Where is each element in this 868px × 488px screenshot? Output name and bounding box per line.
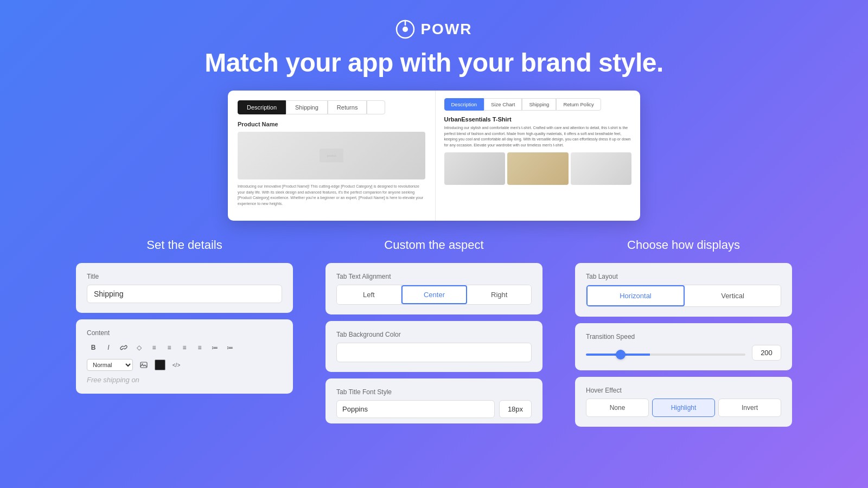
preview-product-desc: Introducing our stylish and comfortable … xyxy=(444,125,632,148)
content-card: Content B I ◇ ≡ ≡ ≡ ≡ ≔ ≔ Normal Heading… xyxy=(76,319,293,394)
col2-title: Custom the aspect xyxy=(326,238,542,252)
font-family-input[interactable] xyxy=(336,400,495,418)
preview-tab-shipping[interactable]: Shipping xyxy=(286,100,328,114)
title-card: Title xyxy=(76,263,293,313)
powr-logo-icon xyxy=(395,20,415,39)
preview-tab-right-description[interactable]: Description xyxy=(444,98,484,111)
bg-color-label: Tab Background Color xyxy=(336,331,532,338)
preview-left: Description Shipping Returns Product Nam… xyxy=(228,91,436,221)
col-display: Choose how displays Tab Layout Horizonta… xyxy=(575,238,792,433)
preview-tab-returns[interactable]: Returns xyxy=(328,100,367,114)
color-input-row xyxy=(336,343,532,362)
ordered-list-button[interactable]: ≔ xyxy=(208,341,221,354)
font-size-input[interactable] xyxy=(499,400,532,418)
speed-slider[interactable] xyxy=(586,354,745,356)
col-set-details: Set the details Title Content B I ◇ ≡ ≡ … xyxy=(76,238,293,433)
alignment-label: Tab Text Alignment xyxy=(336,273,532,280)
preview-product-image: product xyxy=(238,132,425,179)
hover-none-btn[interactable]: None xyxy=(586,399,649,417)
preview-img-3 xyxy=(571,152,632,185)
bold-button[interactable]: B xyxy=(87,341,100,354)
font-row xyxy=(336,400,532,418)
preview-left-desc: Introducing our innovative [Product Name… xyxy=(238,184,425,207)
svg-rect-5 xyxy=(141,362,147,368)
col3-title: Choose how displays xyxy=(575,238,792,252)
alignment-card: Tab Text Alignment Left Center Right xyxy=(326,263,542,314)
preview-tab-right-return[interactable]: Return Policy xyxy=(556,98,601,111)
alignment-group: Left Center Right xyxy=(336,285,532,305)
speed-value-input[interactable] xyxy=(752,345,781,361)
hover-group: None Highlight Invert xyxy=(586,399,781,417)
align-center-btn[interactable]: Center xyxy=(401,285,468,304)
preview-right: Description Size Chart Shipping Return P… xyxy=(436,91,641,221)
editor-toolbar: B I ◇ ≡ ≡ ≡ ≡ ≔ ≔ xyxy=(87,341,282,354)
svg-text:product: product xyxy=(327,154,336,157)
align-center-button[interactable]: ≡ xyxy=(163,341,176,354)
preview-right-images xyxy=(444,152,632,185)
svg-point-1 xyxy=(403,27,408,32)
layout-group: Horizontal Vertical xyxy=(586,285,781,307)
align-right-btn[interactable]: Right xyxy=(467,285,531,304)
title-label: Title xyxy=(87,273,282,280)
layout-label: Tab Layout xyxy=(586,273,781,280)
preview-window: Description Shipping Returns Product Nam… xyxy=(228,91,640,221)
hover-highlight-btn[interactable]: Highlight xyxy=(652,399,715,417)
preview-img-2 xyxy=(507,152,569,185)
hover-invert-btn[interactable]: Invert xyxy=(718,399,781,417)
layout-vertical-btn[interactable]: Vertical xyxy=(685,285,781,306)
italic-button[interactable]: I xyxy=(102,341,115,354)
slider-container xyxy=(586,348,745,358)
preview-tab-more[interactable] xyxy=(367,100,385,114)
color-bar-input[interactable] xyxy=(336,343,532,362)
preview-container: Description Shipping Returns Product Nam… xyxy=(0,91,868,221)
preview-tabs-left: Description Shipping Returns xyxy=(238,100,425,114)
col1-title: Set the details xyxy=(76,238,293,252)
bg-color-card: Tab Background Color xyxy=(326,321,542,372)
logo: POWR xyxy=(0,20,868,39)
hover-label: Hover Effect xyxy=(586,387,781,394)
header: POWR Match your app with your brand styl… xyxy=(0,0,868,78)
preview-tab-description[interactable]: Description xyxy=(238,100,286,114)
align-left-btn[interactable]: Left xyxy=(337,285,401,304)
speed-label: Transition Speed xyxy=(586,333,781,341)
unordered-list-button[interactable]: ≔ xyxy=(224,341,237,354)
hover-card: Hover Effect None Highlight Invert xyxy=(575,377,792,427)
format-select[interactable]: Normal Heading 1 Heading 2 xyxy=(87,359,133,371)
align-justify-button[interactable]: ≡ xyxy=(193,341,206,354)
align-left-button[interactable]: ≡ xyxy=(148,341,161,354)
slider-row xyxy=(586,345,781,361)
speed-card: Transition Speed xyxy=(575,323,792,370)
preview-img-1 xyxy=(444,152,506,185)
image-button[interactable] xyxy=(137,358,150,371)
code-button[interactable]: </> xyxy=(170,358,183,371)
preview-tab-right-sizechart[interactable]: Size Chart xyxy=(484,98,522,111)
logo-text: POWR xyxy=(420,21,472,38)
align-right-button[interactable]: ≡ xyxy=(178,341,191,354)
text-color-swatch[interactable] xyxy=(155,359,165,370)
highlight-button[interactable]: ◇ xyxy=(132,341,145,354)
col-custom-aspect: Custom the aspect Tab Text Alignment Lef… xyxy=(326,238,542,433)
title-input[interactable] xyxy=(87,285,282,303)
link-button[interactable] xyxy=(117,341,130,354)
content-label: Content xyxy=(87,329,282,337)
preview-tab-right-shipping[interactable]: Shipping xyxy=(522,98,556,111)
font-style-label: Tab Title Font Style xyxy=(336,388,532,396)
main-headline: Match your app with your brand style. xyxy=(0,48,868,78)
preview-tabs-right: Description Size Chart Shipping Return P… xyxy=(444,98,632,111)
layout-card: Tab Layout Horizontal Vertical xyxy=(575,263,792,317)
layout-horizontal-btn[interactable]: Horizontal xyxy=(586,285,685,306)
preview-product-title: UrbanEssentials T-Shirt xyxy=(444,116,632,123)
preview-product-name: Product Name xyxy=(238,121,425,127)
bottom-section: Set the details Title Content B I ◇ ≡ ≡ … xyxy=(0,221,868,433)
content-preview-text: Free shipping on xyxy=(87,376,282,384)
font-style-card: Tab Title Font Style xyxy=(326,378,542,423)
